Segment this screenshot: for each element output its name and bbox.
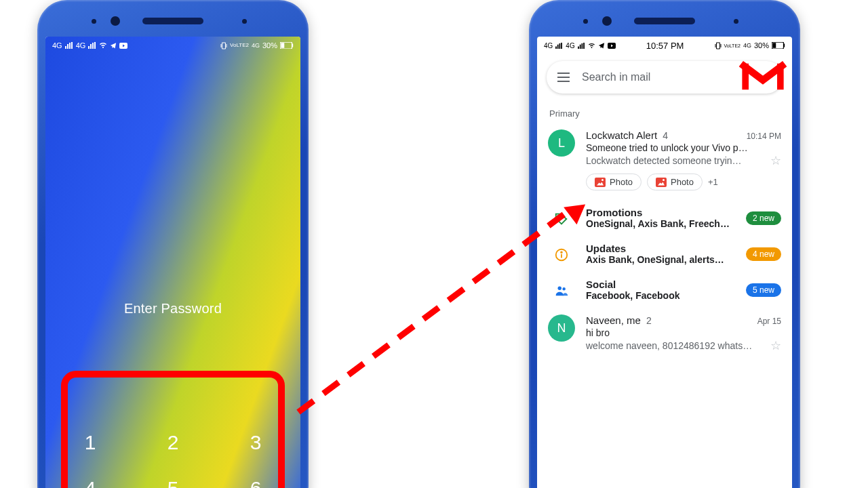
annotation-arrow [0,0,868,488]
svg-line-16 [298,210,570,412]
